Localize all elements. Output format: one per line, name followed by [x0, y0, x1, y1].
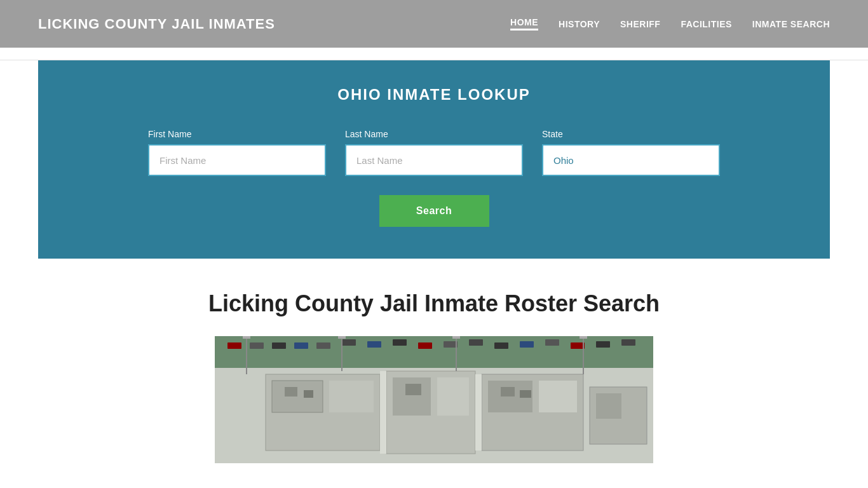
sub-header-bar: [0, 48, 868, 60]
site-header: LICKING COUNTY JAIL INMATES HOMEHISTORYS…: [0, 0, 868, 48]
svg-rect-41: [580, 336, 587, 339]
nav-item-inmate-search[interactable]: INMATE SEARCH: [752, 19, 830, 29]
svg-rect-17: [227, 342, 241, 349]
site-title: LICKING COUNTY JAIL INMATES: [38, 16, 275, 32]
svg-rect-8: [437, 377, 469, 416]
svg-rect-32: [596, 341, 610, 348]
nav-item-home[interactable]: HOME: [510, 17, 538, 30]
svg-rect-12: [285, 387, 297, 396]
svg-rect-29: [520, 341, 534, 348]
svg-rect-24: [393, 339, 407, 346]
svg-rect-22: [342, 339, 356, 346]
svg-rect-43: [475, 374, 482, 451]
svg-rect-45: [596, 393, 621, 419]
svg-rect-27: [469, 339, 483, 346]
svg-rect-5: [329, 381, 374, 412]
svg-rect-28: [494, 342, 508, 349]
svg-rect-40: [452, 336, 460, 339]
page-heading: Licking County Jail Inmate Roster Search: [38, 290, 830, 317]
nav-item-sheriff[interactable]: SHERIFF: [620, 19, 660, 29]
svg-rect-26: [444, 341, 458, 348]
svg-rect-19: [272, 342, 286, 349]
svg-rect-15: [501, 387, 515, 396]
svg-rect-39: [338, 336, 346, 339]
content-section: Licking County Jail Inmate Roster Search: [0, 259, 868, 463]
svg-rect-11: [539, 381, 577, 412]
svg-rect-30: [545, 339, 559, 346]
state-group: State: [542, 129, 720, 176]
search-section: OHIO INMATE LOOKUP First Name Last Name …: [38, 60, 830, 259]
search-section-title: OHIO INMATE LOOKUP: [76, 86, 792, 104]
svg-rect-23: [367, 341, 381, 348]
first-name-input[interactable]: [148, 144, 326, 176]
main-nav: HOMEHISTORYSHERIFFFACILITIESINMATE SEARC…: [510, 17, 830, 30]
state-input[interactable]: [542, 144, 720, 176]
search-button[interactable]: Search: [379, 195, 489, 227]
svg-rect-38: [243, 336, 250, 339]
nav-item-facilities[interactable]: FACILITIES: [681, 19, 731, 29]
svg-rect-7: [393, 377, 431, 416]
state-label: State: [542, 129, 720, 139]
svg-rect-25: [418, 342, 432, 349]
svg-rect-21: [316, 342, 330, 349]
last-name-input[interactable]: [345, 144, 523, 176]
first-name-group: First Name: [148, 129, 326, 176]
last-name-group: Last Name: [345, 129, 523, 176]
nav-item-history[interactable]: HISTORY: [559, 19, 600, 29]
svg-rect-1: [215, 336, 653, 368]
svg-rect-13: [304, 390, 313, 398]
svg-rect-42: [380, 371, 386, 454]
svg-rect-33: [621, 339, 635, 346]
last-name-label: Last Name: [345, 129, 523, 139]
svg-rect-18: [250, 342, 264, 349]
svg-rect-20: [294, 342, 308, 349]
facility-image: [215, 336, 653, 463]
facility-aerial-svg: [215, 336, 653, 463]
svg-rect-31: [571, 342, 585, 349]
first-name-label: First Name: [148, 129, 326, 139]
inmate-search-form: First Name Last Name State: [76, 129, 792, 176]
svg-rect-14: [405, 384, 421, 395]
svg-rect-16: [520, 390, 531, 398]
